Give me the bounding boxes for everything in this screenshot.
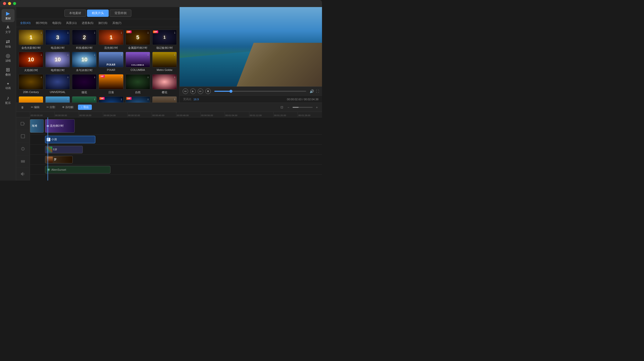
thumb-clapboard[interactable]: VIP ↓ 1 场记板倒计时 (152, 30, 177, 50)
clip-layer[interactable]: 梦 (45, 156, 73, 163)
thumb-columbia[interactable]: ↓ COLUMBIA COLUMBIA (126, 52, 150, 72)
clip-filter[interactable]: 6屏 (45, 146, 83, 153)
maximize-button[interactable] (13, 2, 16, 5)
split-button[interactable]: ✂ 分割 (44, 105, 58, 110)
clip-text[interactable]: T 小清 (45, 136, 95, 143)
zoom-out-button[interactable]: － (286, 105, 291, 110)
freeze-button[interactable]: ❄ 冻结帧 (60, 105, 76, 110)
thumb-label: 烟花 (82, 91, 87, 94)
download-icon[interactable]: ↓ (120, 53, 122, 56)
thumb-ice-cd[interactable]: ↓ 10 水与冰倒计时 (72, 52, 97, 72)
sidebar-item-transition[interactable]: ⇄ 转场 (2, 37, 15, 50)
download-icon[interactable]: ↓ (174, 97, 176, 101)
sidebar-item-text[interactable]: A 文字 (2, 23, 15, 36)
download-icon[interactable]: ↓ (94, 75, 96, 79)
thumb-fire-cd[interactable]: ↓ 10 火焰倒计时 (19, 52, 43, 72)
download-icon[interactable]: ↓ (120, 75, 122, 79)
thumb-gold-cd[interactable]: ↓ 1 金色光影倒计时 (19, 30, 43, 50)
thumb-city-night[interactable]: VIP ↓ 城市夜景 (99, 96, 123, 103)
download-icon[interactable]: ↓ (147, 30, 149, 34)
clip-countdown[interactable]: 流光倒计时 (45, 119, 75, 133)
thumb-flow-cd[interactable]: ↓ 1 流光倒计时 (99, 30, 123, 50)
stop-button[interactable]: ⏹ (205, 88, 211, 94)
close-button[interactable] (3, 2, 6, 5)
thumb-label: 水与冰倒计时 (76, 68, 93, 72)
play-button[interactable]: ▶ (190, 88, 196, 94)
filter-countdown[interactable]: 倒计时(9) (34, 21, 49, 25)
download-icon[interactable]: ↓ (147, 53, 149, 56)
sidebar-item-music[interactable]: ♪ 配乐 (2, 94, 15, 107)
thumb-city[interactable]: VIP ↓ 城市 (126, 96, 150, 103)
thumb-sun[interactable]: ↓ 夕阳 (19, 96, 43, 103)
progress-bar[interactable] (214, 91, 306, 92)
edit-button[interactable]: ✏ 编辑 (28, 105, 42, 110)
minimize-button[interactable] (8, 2, 11, 5)
download-icon[interactable]: ↓ (41, 97, 42, 101)
download-icon[interactable]: ↓ (67, 30, 69, 34)
sidebar-item-filter[interactable]: ◎ 滤镜 (2, 51, 15, 64)
download-icon[interactable]: ↓ (41, 53, 42, 56)
thumb-beach[interactable]: ↓ 海滩 (45, 96, 70, 103)
thumb-tech-cd[interactable]: ↓ 2 科技感倒计时 (72, 30, 97, 50)
download-icon[interactable]: ↓ (94, 30, 96, 34)
sidebar-item-overlay[interactable]: ⊞ 叠附 (2, 65, 15, 78)
skip-back-button[interactable]: ⏮ (183, 88, 188, 94)
thumb-pixar[interactable]: ↓ PIXAR PIXAR (99, 52, 123, 72)
thumb-island[interactable]: ↓ 海岛 (72, 96, 97, 103)
download-icon[interactable]: ↓ (147, 97, 149, 101)
download-icon[interactable]: ↓ (67, 97, 69, 101)
download-icon[interactable]: ↓ (41, 75, 42, 79)
track-label-audio (16, 168, 30, 180)
tab-local[interactable]: 本地素材 (64, 10, 86, 17)
clip-beach[interactable]: 海滩 (30, 119, 44, 133)
thumb-20th[interactable]: ↓ 20th Century (19, 74, 43, 94)
thumb-firework[interactable]: ↓ 烟花 (72, 74, 97, 94)
filter-progress[interactable]: 进度条(5) (80, 21, 95, 25)
sidebar-item-material[interactable]: ▶ 素材 (2, 9, 15, 22)
download-icon[interactable]: ↓ (94, 53, 96, 56)
sidebar-item-animation[interactable]: ✦ 动画 (2, 79, 15, 93)
thumb-nature[interactable]: ↓ 自然 (126, 74, 150, 94)
thumb-universal[interactable]: ↓ UNIVERSAL (45, 74, 70, 94)
download-icon[interactable]: ↓ (120, 97, 122, 101)
progress-fill (214, 91, 231, 92)
time-display: 00:00:02.63 / 00:02:04.38 (287, 98, 318, 101)
clip-audio[interactable]: AlienSunset (45, 166, 110, 173)
thumb-cherry[interactable]: ↓ 樱花 (152, 74, 177, 94)
download-icon[interactable]: ↓ (67, 75, 69, 79)
download-icon[interactable]: ↓ (41, 30, 42, 34)
download-icon[interactable]: ↓ (147, 75, 149, 79)
zoom-in-button[interactable]: ＋ (314, 105, 319, 110)
track-label-layer (16, 155, 30, 168)
skip-forward-button[interactable]: ⏭ (198, 88, 203, 94)
zoom-slider[interactable] (293, 107, 313, 108)
filter-all[interactable]: 全部(43) (19, 21, 32, 25)
thumb-elec-cd[interactable]: ↓ 3 电流倒计时 (45, 30, 70, 50)
download-icon[interactable]: ↓ (174, 30, 176, 34)
thumb-weld-cd[interactable]: ↓ 10 电焊倒计时 (45, 52, 70, 72)
thumb-sunset[interactable]: VIP ↓ 日落 (99, 74, 123, 94)
zoom-fit-button[interactable]: ⊡ (279, 105, 284, 110)
thumb-dog[interactable]: ↓ 人与狗狗 (152, 96, 177, 103)
download-icon[interactable]: ↓ (67, 53, 69, 56)
tab-featured[interactable]: 精美片头 (87, 10, 109, 17)
ruler-mark-11: 00:01:28.00 (298, 112, 322, 117)
filter-movie[interactable]: 电影(5) (51, 21, 63, 25)
filter-scenery[interactable]: 风景(11) (65, 21, 78, 25)
download-icon[interactable]: ↓ (120, 30, 122, 34)
download-icon[interactable]: ↓ (174, 75, 176, 79)
thumb-metro[interactable]: ↓ Metro Goldw (152, 52, 177, 72)
playhead[interactable] (48, 117, 48, 180)
delete-button[interactable]: 🗑 (19, 105, 26, 110)
fullscreen-button[interactable]: ⛶ (316, 89, 319, 93)
export-button[interactable]: ↑ 导出 (78, 105, 92, 110)
music-icon: ♪ (7, 95, 9, 100)
filter-travel[interactable]: 旅行(6) (97, 21, 109, 25)
download-icon[interactable]: ↓ (94, 97, 96, 101)
thumb-metal-cd[interactable]: VIP ↓ 5 金属圆环倒计时 (126, 30, 150, 50)
volume-button[interactable]: 🔊 (310, 89, 314, 93)
tab-bg[interactable]: 背景样例 (110, 10, 131, 17)
filter-other[interactable]: 其他(7) (111, 21, 123, 25)
svg-rect-9 (49, 169, 49, 170)
download-icon[interactable]: ↓ (174, 53, 176, 56)
